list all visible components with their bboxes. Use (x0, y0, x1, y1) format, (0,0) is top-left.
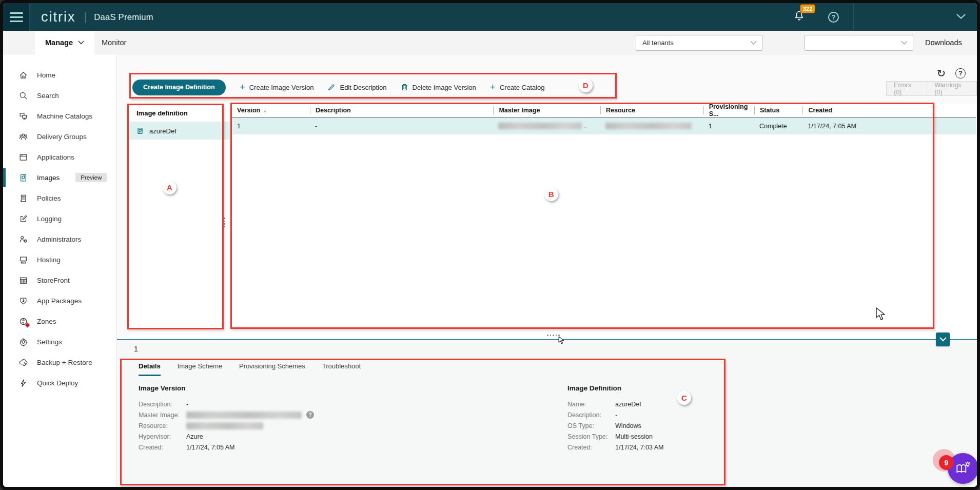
cell-description: - (310, 123, 493, 130)
errors-button[interactable]: Errors (0) (886, 81, 927, 96)
notifications-button[interactable]: 322 (794, 10, 805, 24)
vertical-splitter-handle[interactable] (224, 218, 225, 227)
sidebar-item-machine-catalogs[interactable]: Machine Catalogs (3, 106, 116, 126)
redacted-resource-value (186, 422, 263, 429)
chevron-down-icon (78, 41, 84, 45)
refresh-icon[interactable]: ↻ (936, 68, 946, 79)
sidebar-item-hosting[interactable]: Hosting (3, 249, 116, 270)
downloads-link[interactable]: Downloads (925, 31, 962, 54)
field-row: Session Type: Multi-session (567, 431, 664, 442)
field-row: Created: 1/17/24, 7:03 AM (567, 442, 664, 453)
administrators-icon (18, 234, 28, 244)
sidebar-item-applications[interactable]: Applications (3, 147, 116, 167)
column-header-version[interactable]: Version↓ (232, 106, 310, 114)
image-version-fields: Description: - Master Image: ? Resource:… (139, 399, 314, 453)
trash-icon (401, 83, 408, 91)
redacted-master-image (498, 123, 582, 129)
images-toolbar: Create Image Definition + Create Image V… (132, 79, 544, 95)
tab-monitor[interactable]: Monitor (102, 31, 126, 54)
error-warning-toggle: Errors (0) Warnings (0) (886, 81, 977, 96)
zones-icon-wrap (18, 317, 28, 326)
machine-catalogs-icon (18, 111, 28, 121)
product-title: DaaS Premium (94, 12, 153, 22)
sidebar-item-search[interactable]: Search (3, 85, 116, 106)
sidebar-item-zones[interactable]: Zones (3, 311, 116, 331)
sidebar-item-quick-deploy[interactable]: Quick Deploy (3, 373, 116, 393)
horizontal-splitter-handle[interactable] (547, 335, 560, 336)
tab-details[interactable]: Details (139, 362, 161, 376)
applications-icon (18, 152, 28, 162)
sidebar-item-delivery-groups[interactable]: Delivery Groups (3, 126, 116, 147)
secondary-filter-select[interactable] (805, 35, 913, 51)
field-row: Description: - (139, 399, 314, 409)
sidebar-item-backup-restore[interactable]: Backup + Restore (3, 352, 116, 373)
sidebar-item-policies[interactable]: Policies (3, 188, 116, 208)
search-icon (18, 91, 28, 101)
policies-icon (18, 193, 28, 203)
top-app-bar: citrix | DaaS Premium 322 ? (3, 3, 977, 31)
column-header-resource[interactable]: Resource (600, 106, 703, 114)
help-button[interactable]: ? (828, 12, 839, 23)
table-row[interactable]: 1 - .. 1 Complete 1/17/24, 7:05 AM (232, 117, 976, 134)
column-header-description[interactable]: Description (310, 106, 493, 114)
image-definition-list-item[interactable]: azureDef (129, 122, 232, 140)
tab-manage[interactable]: Manage (35, 31, 94, 54)
sidebar-item-home[interactable]: Home (3, 65, 116, 85)
chevron-down-icon (750, 41, 757, 45)
topbar-divider (853, 3, 854, 31)
column-header-master-image[interactable]: Master Image (493, 106, 600, 114)
tab-provisioning-schemes[interactable]: Provisioning Schemes (239, 362, 305, 376)
sidebar-item-images[interactable]: Images Preview (3, 167, 116, 188)
help-icon[interactable]: ? (306, 411, 314, 419)
table-header-row: Version↓ Description Master Image Resour… (232, 104, 976, 117)
plus-icon: + (240, 82, 245, 92)
create-catalog-button[interactable]: + Create Catalog (490, 83, 545, 92)
cell-provisioning: 1 (703, 123, 754, 130)
column-header-status[interactable]: Status (754, 106, 802, 114)
topbar-actions: 322 ? (794, 3, 977, 31)
tab-troubleshoot[interactable]: Troubleshoot (322, 362, 361, 376)
tenant-filter-select[interactable]: All tenants (636, 35, 762, 51)
cell-version: 1 (232, 123, 310, 130)
tab-image-scheme[interactable]: Image Scheme (178, 362, 222, 376)
field-row: Master Image: ? (139, 409, 314, 420)
plus-icon: + (490, 82, 496, 92)
field-row: Description: - (567, 409, 664, 420)
settings-gear-icon (18, 337, 28, 347)
open-book-icon (955, 461, 971, 476)
cell-master-image: .. (493, 123, 600, 130)
column-header-provisioning[interactable]: Provisioning S... (703, 106, 754, 114)
image-version-heading: Image Version (139, 384, 186, 392)
images-icon (18, 173, 28, 183)
sidebar-item-logging[interactable]: Logging (3, 208, 116, 229)
image-definition-heading: Image Definition (567, 384, 621, 392)
delete-image-version-button[interactable]: Delete Image Version (401, 83, 476, 91)
sidebar-item-app-packages[interactable]: App Packages (3, 290, 116, 311)
sidebar-item-settings[interactable]: Settings (3, 331, 116, 352)
preview-badge: Preview (75, 173, 107, 182)
app-packages-icon (18, 296, 28, 306)
field-row: Hypervisor: Azure (139, 431, 314, 442)
page-help-icon[interactable]: ? (955, 68, 966, 79)
field-row: Created: 1/17/24, 7:05 AM (139, 442, 314, 453)
sidebar-item-administrators[interactable]: Administrators (3, 229, 116, 249)
create-image-definition-button[interactable]: Create Image Definition (132, 80, 226, 95)
field-row: Name: azureDef (567, 399, 664, 409)
account-chevron-down-icon[interactable] (956, 12, 966, 22)
sidebar-item-storefront[interactable]: StoreFront (3, 270, 116, 290)
image-definition-fields: Name: azureDef Description: - OS Type: W… (567, 399, 664, 453)
citrix-logo: citrix (41, 9, 76, 25)
home-icon (18, 70, 28, 80)
quick-deploy-icon (18, 378, 28, 388)
collapse-details-button[interactable] (936, 332, 950, 346)
column-header-created[interactable]: Created (802, 106, 976, 114)
create-image-version-button[interactable]: + Create Image Version (240, 83, 314, 92)
details-pane-divider (117, 339, 977, 340)
field-row: Resource: (139, 420, 314, 431)
warnings-button[interactable]: Warnings (0) (927, 81, 977, 96)
hamburger-menu-icon[interactable] (3, 3, 30, 31)
edit-description-button[interactable]: Edit Description (327, 83, 386, 91)
details-tabs: Details Image Scheme Provisioning Scheme… (139, 362, 361, 376)
guide-notification-badge: 9 (939, 455, 954, 470)
sort-desc-icon: ↓ (263, 107, 266, 114)
